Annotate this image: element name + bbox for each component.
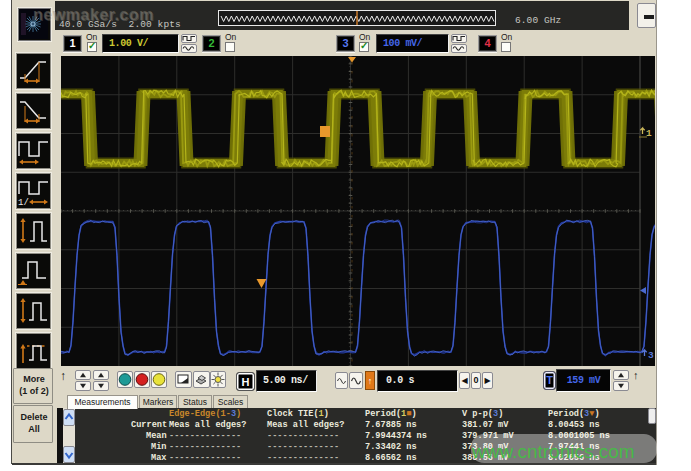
svg-text:3: 3 <box>648 350 654 361</box>
svg-text:1/: 1/ <box>18 198 29 207</box>
